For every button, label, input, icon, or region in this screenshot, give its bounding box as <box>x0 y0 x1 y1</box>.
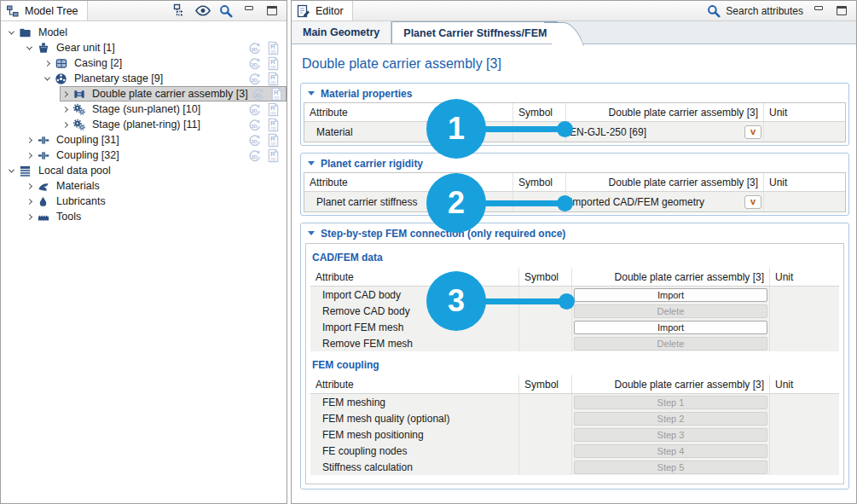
fem-connection-box: CAD/FEM dataAttributeSymbolDouble plate … <box>305 243 844 484</box>
symbol-cell <box>518 394 571 410</box>
svg-text:3D: 3D <box>251 122 258 128</box>
report-icon[interactable]: R <box>266 148 281 163</box>
svg-text:R: R <box>270 58 275 66</box>
expand-tree-icon[interactable] <box>172 3 188 19</box>
attribute-row-material: MaterialEN-GJL-250 [69]v <box>304 122 845 142</box>
expand-chevron-icon[interactable] <box>26 152 32 158</box>
3d-sync-icon[interactable]: 3D <box>247 56 262 71</box>
lubricants-icon <box>36 194 50 208</box>
tree-item-planetary-stage-9[interactable]: Planetary stage [9]3DR <box>1 71 287 86</box>
3d-sync-icon[interactable]: 3D <box>247 102 262 117</box>
expand-chevron-icon[interactable] <box>62 121 68 127</box>
value-text: EN-GJL-250 [69] <box>570 126 646 138</box>
tree-item-tools[interactable]: Tools <box>1 209 287 224</box>
search-icon[interactable] <box>218 3 234 19</box>
report-icon[interactable]: R <box>266 56 281 71</box>
tree-item-local-data-pool[interactable]: Local data pool <box>1 163 287 178</box>
value-cell: Imported CAD/FEM geometryv <box>565 192 763 211</box>
expand-chevron-icon[interactable] <box>62 106 68 112</box>
svg-text:R: R <box>270 104 275 112</box>
section-title: Planet carrier rigidity <box>321 158 423 170</box>
expand-chevron-icon[interactable] <box>26 182 32 188</box>
collapse-chevron-icon[interactable] <box>44 74 50 80</box>
value-column-header: Double plate carrier assembly [3] <box>571 375 769 393</box>
tree-item-lubricants[interactable]: Lubricants <box>1 194 287 209</box>
model-tree-icon <box>5 3 20 19</box>
tree-item-model[interactable]: Model <box>1 25 287 40</box>
expand-chevron-icon[interactable] <box>26 213 32 219</box>
tree-item-materials[interactable]: Materials <box>1 178 287 194</box>
report-icon[interactable]: R <box>266 41 281 55</box>
tree-item-coupling-32[interactable]: Coupling [32]3DR <box>1 148 287 163</box>
attribute-table: AttributeSymbolDouble plate carrier asse… <box>310 375 839 475</box>
value-cell: Step 2 <box>571 410 769 426</box>
tree-item-gear-unit-1[interactable]: Gear unit [1]3DR <box>1 40 287 55</box>
row-action-icons: 3DR <box>247 133 283 148</box>
attribute-row-fem-meshing: FEM meshingStep 1 <box>310 394 839 410</box>
tree-item-double-plate-carrier-assembly-3[interactable]: Double plate carrier assembly [3]3DR <box>1 86 287 101</box>
import-fem-mesh-button[interactable]: Import <box>574 321 767 334</box>
tree-item-stage-planet-ring-11[interactable]: Stage (planet-ring) [11]3DR <box>1 117 287 132</box>
expand-chevron-icon[interactable] <box>26 198 32 204</box>
fem-mesh-positioning-button: Step 3 <box>574 428 767 442</box>
collapse-chevron-icon[interactable] <box>26 43 32 49</box>
eye-icon[interactable] <box>195 3 211 19</box>
attribute-table: AttributeSymbolDouble plate carrier asse… <box>304 102 846 142</box>
table-header-row: AttributeSymbolDouble plate carrier asse… <box>304 103 845 122</box>
svg-text:R: R <box>270 43 275 50</box>
section-header[interactable]: Planet carrier rigidity <box>304 154 846 172</box>
symbol-column-header: Symbol <box>512 173 565 191</box>
maximize-icon[interactable] <box>264 3 280 19</box>
attribute-label: Stiffness calculation <box>310 459 518 475</box>
tab-planet-carrier-stiffness-fem[interactable]: Planet Carrier Stiffness/FEM <box>391 21 558 43</box>
editor-tab-bar: Main Geometry Planet Carrier Stiffness/F… <box>292 21 856 44</box>
3d-sync-icon[interactable]: 3D <box>251 87 265 101</box>
unit-column-header: Unit <box>769 268 839 286</box>
section-header[interactable]: Step-by-step FEM connection (only requir… <box>304 224 846 242</box>
symbol-cell <box>518 426 571 443</box>
3d-sync-icon[interactable]: 3D <box>247 118 262 132</box>
dropdown-button[interactable]: v <box>744 195 761 209</box>
unit-cell <box>769 287 839 303</box>
model-tree-tab[interactable]: Model Tree <box>1 1 88 20</box>
search-attributes-label: Search attributes <box>726 5 803 17</box>
report-icon[interactable]: R <box>269 87 284 101</box>
group-title-cad-fem-data: CAD/FEM data <box>312 252 837 264</box>
3d-sync-icon[interactable]: 3D <box>247 41 262 55</box>
collapse-chevron-icon[interactable] <box>9 28 14 34</box>
tree-item-coupling-31[interactable]: Coupling [31]3DR <box>1 132 287 148</box>
expand-chevron-icon[interactable] <box>26 136 32 142</box>
tree-item-stage-sun-planet-10[interactable]: Stage (sun-planet) [10]3DR <box>1 101 287 117</box>
report-icon[interactable]: R <box>266 72 281 86</box>
expand-chevron-icon[interactable] <box>62 90 68 96</box>
section-header[interactable]: Material properties <box>304 84 846 102</box>
report-icon[interactable]: R <box>266 118 281 132</box>
expand-chevron-icon[interactable] <box>44 60 50 66</box>
svg-text:R: R <box>270 73 275 81</box>
model-tree-toolbar <box>172 1 287 20</box>
unit-cell <box>769 319 839 335</box>
attribute-table: AttributeSymbolDouble plate carrier asse… <box>304 172 846 212</box>
svg-text:3D: 3D <box>251 76 258 82</box>
search-attributes[interactable]: Search attributes <box>706 3 803 19</box>
editor-tab[interactable]: Editor <box>292 1 353 20</box>
section-title: Step-by-step FEM connection (only requir… <box>321 228 565 240</box>
maximize-icon[interactable] <box>834 3 849 19</box>
3d-sync-icon[interactable]: 3D <box>247 148 262 163</box>
tree-item-label: Coupling [31] <box>54 134 122 146</box>
tree-item-casing-2[interactable]: Casing [2]3DR <box>1 55 287 71</box>
minimize-icon[interactable] <box>811 3 826 19</box>
import-cad-body-button[interactable]: Import <box>574 288 767 302</box>
minimize-icon[interactable] <box>241 3 257 19</box>
attribute-label: Planet carrier stiffness <box>304 192 512 211</box>
collapse-chevron-icon[interactable] <box>9 166 14 172</box>
coupling-icon <box>36 148 50 162</box>
tab-main-geometry[interactable]: Main Geometry <box>292 21 391 43</box>
editor-header: Editor Search attributes <box>292 1 856 21</box>
3d-sync-icon[interactable]: 3D <box>247 133 262 148</box>
report-icon[interactable]: R <box>266 133 281 148</box>
report-icon[interactable]: R <box>266 102 281 117</box>
attribute-row-remove-fem-mesh: Remove FEM meshDelete <box>310 335 839 351</box>
3d-sync-icon[interactable]: 3D <box>247 72 262 86</box>
dropdown-button[interactable]: v <box>744 125 761 139</box>
